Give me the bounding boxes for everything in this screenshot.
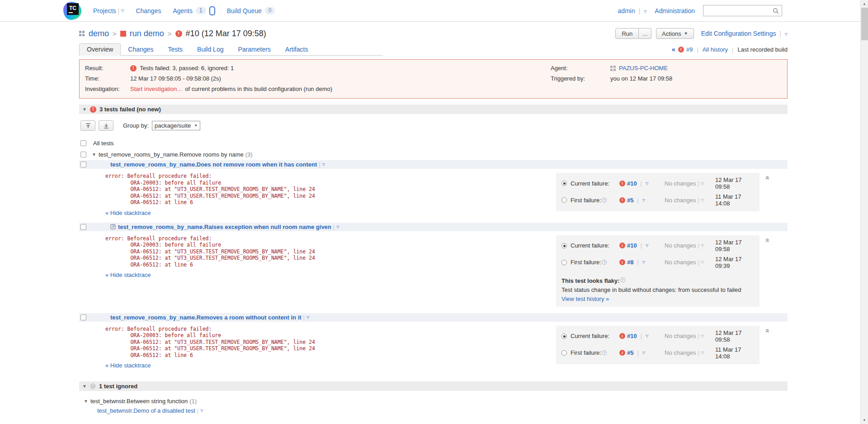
hide-stacktrace-link[interactable]: « Hide stacktrace — [105, 210, 151, 216]
result-label: Result: — [85, 65, 130, 71]
no-changes-link[interactable]: No changes — [665, 349, 696, 356]
tab-artifacts[interactable]: Artifacts — [278, 44, 316, 55]
chevron-down-icon[interactable]: ▽ — [200, 409, 203, 413]
chevron-down-icon[interactable]: ▽ — [307, 315, 309, 319]
no-changes-link[interactable]: No changes — [665, 242, 696, 249]
run-button[interactable]: Run — [615, 28, 639, 39]
nav-administration[interactable]: Administration — [655, 7, 695, 14]
agents-toggle-icon[interactable] — [209, 6, 215, 15]
test-checkbox[interactable] — [80, 314, 86, 320]
previous-build-link[interactable]: #9 — [686, 46, 693, 53]
nav-changes[interactable]: Changes — [136, 7, 161, 14]
current-failure-build-link[interactable]: #10 — [627, 242, 637, 249]
view-test-history-link[interactable]: View test history » — [561, 295, 609, 302]
tab-changes[interactable]: Changes — [121, 44, 160, 55]
current-failure-build-link[interactable]: #10 — [627, 333, 637, 339]
chevron-down-icon[interactable]: ▽ — [646, 334, 648, 338]
first-failure-radio[interactable] — [561, 350, 567, 356]
agents-count-badge: 1 — [196, 7, 206, 14]
suite-collapse-icon[interactable]: ▼ — [84, 399, 88, 404]
tab-tests[interactable]: Tests — [160, 44, 190, 55]
scroll-up-arrow[interactable]: ▲ — [861, 0, 868, 8]
ignored-test-link[interactable]: test_betwnstr.Demo of a disabled test — [97, 407, 195, 414]
first-failure-build-link[interactable]: #5 — [627, 197, 633, 204]
chevron-down-icon[interactable]: ▽ — [701, 334, 704, 338]
no-changes-link[interactable]: No changes — [665, 197, 696, 204]
chevron-down-icon[interactable]: ▽ — [646, 181, 648, 186]
scrollbar-thumb[interactable] — [861, 8, 868, 40]
test-checkbox[interactable] — [80, 162, 86, 167]
result-failed-icon: ! — [130, 65, 137, 71]
breadcrumb-config-link[interactable]: run demo — [130, 29, 164, 38]
tab-parameters[interactable]: Parameters — [231, 44, 278, 55]
nav-build-queue[interactable]: Build Queue 0 — [227, 7, 275, 14]
scroll-down-arrow[interactable]: ▼ — [861, 416, 868, 424]
collapse-all-button[interactable] — [80, 120, 95, 131]
chevron-down-icon[interactable]: ▽ — [701, 351, 704, 355]
nav-projects[interactable]: Projects | ▽ — [93, 7, 124, 14]
first-failure-build-link[interactable]: #5 — [627, 349, 633, 356]
test-name-link[interactable]: test_remove_rooms_by_name.Removes a room… — [110, 314, 302, 321]
hide-stacktrace-link[interactable]: « Hide stacktrace — [105, 362, 151, 369]
test-title-row: test_remove_rooms_by_name.Does not remov… — [79, 160, 788, 169]
first-failure-build-link[interactable]: #8 — [627, 259, 633, 266]
user-menu[interactable]: admin | ▽ — [618, 7, 647, 14]
no-changes-link[interactable]: No changes — [665, 333, 696, 339]
chevron-down-icon[interactable]: ▽ — [644, 10, 646, 14]
ignored-suite-count: (1) — [189, 398, 197, 405]
collapse-details-icon[interactable]: « — [764, 238, 772, 242]
current-failure-build-link[interactable]: #10 — [627, 180, 637, 187]
collapse-details-icon[interactable]: « — [764, 329, 772, 333]
suite-collapse-icon[interactable]: ▼ — [92, 152, 96, 157]
current-failure-radio[interactable] — [561, 181, 567, 186]
collapse-triangle-icon[interactable]: ▼ — [82, 384, 87, 389]
chevron-down-icon[interactable]: ▽ — [701, 198, 704, 202]
breadcrumb-project-link[interactable]: demo — [89, 29, 109, 38]
hide-stacktrace-link[interactable]: « Hide stacktrace — [105, 272, 151, 278]
all-tests-checkbox[interactable] — [80, 140, 86, 146]
tab-build-log[interactable]: Build Log — [190, 44, 231, 55]
chevron-down-icon[interactable]: ▽ — [642, 260, 645, 264]
edit-configuration-settings[interactable]: Edit Configuration Settings | ▽ — [701, 30, 788, 37]
no-changes-link[interactable]: No changes — [665, 259, 696, 266]
failure-info-panel: Current failure: ! #10 | ▽ No changes | … — [556, 235, 760, 307]
current-failure-radio[interactable] — [561, 243, 567, 248]
previous-build-arrow[interactable]: « — [672, 46, 675, 53]
chevron-down-icon[interactable]: ▽ — [322, 162, 325, 167]
collapse-triangle-icon[interactable]: ▼ — [82, 107, 87, 112]
tab-overview[interactable]: Overview — [79, 43, 121, 56]
expand-all-button[interactable] — [99, 120, 113, 131]
ignored-tests-section-header[interactable]: ▼ 1 test ignored — [79, 381, 788, 391]
search-box[interactable] — [703, 5, 782, 16]
actions-button[interactable]: Actions ▼ — [656, 28, 694, 39]
chevron-down-icon[interactable]: ▽ — [701, 243, 704, 248]
chevron-down-icon[interactable]: ▽ — [336, 225, 339, 229]
test-checkbox[interactable] — [80, 224, 86, 230]
chevron-down-icon[interactable]: ▽ — [785, 32, 788, 36]
run-options-button[interactable]: ... — [639, 28, 651, 39]
scrollbar[interactable]: ▲ ▼ — [860, 0, 868, 424]
chevron-down-icon[interactable]: ▽ — [642, 351, 645, 355]
chevron-down-icon[interactable]: ▽ — [701, 260, 704, 264]
teamcity-logo[interactable]: TC — [63, 2, 81, 20]
chevron-down-icon[interactable]: ▽ — [642, 198, 645, 202]
collapse-details-icon[interactable]: « — [764, 176, 772, 180]
current-failure-radio[interactable] — [561, 333, 567, 339]
agent-link[interactable]: PAZUS-PC-HOME — [619, 65, 668, 71]
group-by-select[interactable]: package/suite ▼ — [152, 121, 200, 130]
chevron-down-icon[interactable]: ▽ — [646, 243, 648, 248]
chevron-down-icon[interactable]: ▽ — [121, 9, 124, 13]
first-failure-radio[interactable] — [561, 260, 567, 265]
chevron-down-icon[interactable]: ▽ — [701, 181, 704, 186]
nav-agents[interactable]: Agents 1 — [173, 6, 215, 15]
test-name-link[interactable]: test_remove_rooms_by_name.Raises excepti… — [98, 224, 331, 230]
search-input[interactable] — [706, 7, 773, 14]
first-failure-radio[interactable] — [561, 197, 567, 203]
all-history-link[interactable]: All history — [703, 46, 728, 53]
suite-checkbox[interactable] — [80, 152, 86, 157]
no-changes-link[interactable]: No changes — [665, 180, 696, 187]
start-investigation-link[interactable]: Start investigation... — [130, 86, 182, 92]
project-grid-icon — [79, 31, 85, 37]
failed-tests-section-header[interactable]: ▼ ! 3 tests failed (no new) — [79, 105, 788, 114]
test-name-link[interactable]: test_remove_rooms_by_name.Does not remov… — [110, 161, 317, 168]
